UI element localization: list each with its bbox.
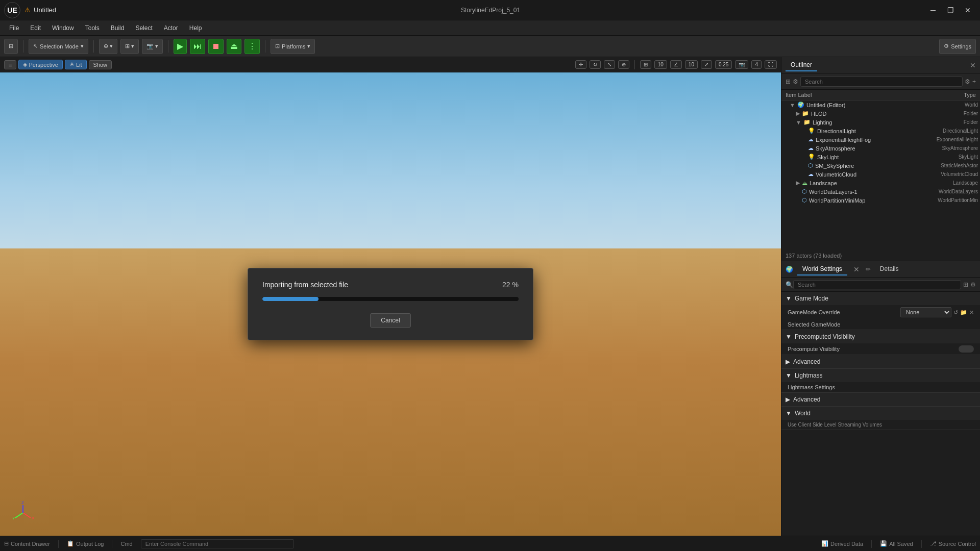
all-saved-button[interactable]: 💾 All Saved bbox=[880, 540, 913, 547]
viewport-menu-button[interactable]: ≡ bbox=[4, 60, 16, 69]
outliner-row[interactable]: 💡SkyLightSkyLight bbox=[781, 153, 980, 161]
outliner-content[interactable]: ▼🌍Untitled (Editor)World▶📁HLODFolder▼📁Li… bbox=[781, 101, 980, 251]
camera-speed[interactable]: 📷 bbox=[735, 60, 748, 69]
console-command-input[interactable] bbox=[141, 539, 294, 548]
layout-button[interactable]: ⊞ bbox=[4, 39, 18, 54]
scale-tool[interactable]: ⤡ bbox=[604, 60, 615, 69]
camera-speed-value[interactable]: 4 bbox=[751, 60, 762, 69]
outliner-row[interactable]: ☁SkyAtmosphereSkyAtmosphere bbox=[781, 144, 980, 153]
grid-value[interactable]: 10 bbox=[654, 60, 667, 69]
world-settings-tab[interactable]: World Settings bbox=[797, 263, 847, 276]
outliner-row[interactable]: ⬡SM_SkySphereStaticMeshActor bbox=[781, 161, 980, 170]
details-tab[interactable]: Details bbox=[875, 263, 904, 276]
outliner-tab[interactable]: Outliner bbox=[786, 59, 817, 71]
angle-value[interactable]: 10 bbox=[685, 60, 698, 69]
snap-button[interactable]: ⊞ ▾ bbox=[120, 39, 139, 54]
menu-actor[interactable]: Actor bbox=[159, 22, 183, 34]
outliner-row[interactable]: ▼📁LightingFolder bbox=[781, 118, 980, 127]
ws-section-world-header[interactable]: ▼ World bbox=[781, 407, 980, 420]
viewport-canvas: X Y Z Importing from selected file 22 % … bbox=[0, 72, 781, 536]
row-type-icon: 🌍 bbox=[797, 102, 804, 108]
camera-button[interactable]: 📷 ▾ bbox=[142, 39, 163, 54]
world-settings-icon: 🌍 bbox=[786, 266, 793, 273]
settings-button[interactable]: ⚙ Settings bbox=[939, 39, 976, 54]
transform-button[interactable]: ⊕ ▾ bbox=[99, 39, 117, 54]
menu-edit[interactable]: Edit bbox=[25, 22, 46, 34]
ws-section-precomputed-header[interactable]: ▼ Precomputed Visibility bbox=[781, 330, 980, 343]
outliner-row[interactable]: ▶⛰LandscapeLandscape bbox=[781, 179, 980, 187]
transform-mode[interactable]: ⊕ bbox=[618, 60, 629, 69]
clear-icon[interactable]: ✕ bbox=[969, 309, 974, 316]
menu-help[interactable]: Help bbox=[184, 22, 207, 34]
outliner-row[interactable]: ☁ExponentialHeightFogExponentialHeight bbox=[781, 135, 980, 144]
menu-window[interactable]: Window bbox=[47, 22, 79, 34]
more-play-options[interactable]: ⋮ bbox=[244, 39, 260, 54]
import-dialog-content: Importing from selected file 22 % Cancel bbox=[248, 268, 533, 340]
show-button[interactable]: Show bbox=[89, 60, 112, 69]
status-sep-4 bbox=[921, 540, 922, 548]
stop-button[interactable]: ⏹ bbox=[208, 39, 224, 54]
grid-snap[interactable]: ⊞ bbox=[640, 60, 651, 69]
rotate-tool[interactable]: ↻ bbox=[590, 60, 601, 69]
outliner-row[interactable]: ▶📁HLODFolder bbox=[781, 109, 980, 118]
cancel-import-button[interactable]: Cancel bbox=[370, 313, 410, 328]
outliner-close-button[interactable]: ✕ bbox=[970, 61, 976, 69]
ws-search-input[interactable] bbox=[793, 280, 961, 289]
outliner-row[interactable]: ▼🌍Untitled (Editor)World bbox=[781, 101, 980, 109]
ws-section-advanced-2-header[interactable]: ▶ Advanced bbox=[781, 393, 980, 406]
perspective-button[interactable]: ◈ Perspective bbox=[18, 60, 62, 69]
source-control-button[interactable]: ⎇ Source Control bbox=[930, 540, 976, 547]
minimize-button[interactable]: ─ bbox=[925, 3, 941, 17]
gamemode-override-select[interactable]: None bbox=[900, 307, 951, 317]
row-type-icon: 📁 bbox=[802, 110, 809, 117]
section-expand-adv1-icon: ▶ bbox=[786, 358, 790, 365]
row-type: SkyAtmosphere bbox=[942, 145, 978, 151]
outliner-row[interactable]: ⬡WorldPartitionMiniMapWorldPartitionMin bbox=[781, 196, 980, 205]
ws-section-lightmass: ▼ Lightmass Lightmass Settings bbox=[781, 369, 980, 393]
row-type-icon: ☁ bbox=[808, 145, 814, 152]
toolbar-sep-3 bbox=[168, 40, 168, 53]
play-next-button[interactable]: ⏭ bbox=[190, 39, 205, 54]
ws-section-gamemode-header[interactable]: ▼ Game Mode bbox=[781, 292, 980, 305]
import-actions: Cancel bbox=[262, 313, 519, 328]
precompute-toggle[interactable] bbox=[959, 345, 974, 353]
refresh-icon[interactable]: ↺ bbox=[953, 309, 958, 316]
menu-tools[interactable]: Tools bbox=[80, 22, 105, 34]
platforms-dropdown-icon: ▾ bbox=[307, 43, 310, 49]
scale-value[interactable]: 0.25 bbox=[715, 60, 732, 69]
restore-button[interactable]: ❐ bbox=[942, 3, 959, 17]
platforms-button[interactable]: ⊡ Platforms ▾ bbox=[271, 39, 315, 54]
angle-snap[interactable]: ∠ bbox=[670, 60, 682, 69]
outliner-row[interactable]: ☁VolumetricCloudVolumetricCloud bbox=[781, 170, 980, 179]
output-log-button[interactable]: 📋 Output Log bbox=[67, 540, 104, 547]
row-expand-icon: ▶ bbox=[796, 110, 800, 117]
row-name: Lighting bbox=[813, 119, 832, 126]
eject-button[interactable]: ⏏ bbox=[227, 39, 241, 54]
lit-button[interactable]: ☀ Lit bbox=[65, 60, 87, 69]
outliner-search-input[interactable] bbox=[800, 77, 963, 87]
ws-section-advanced-1-header[interactable]: ▶ Advanced bbox=[781, 355, 980, 368]
play-button[interactable]: ▶ bbox=[174, 39, 187, 54]
menu-select[interactable]: Select bbox=[130, 22, 157, 34]
outliner-row[interactable]: 💡DirectionalLightDirectionalLight bbox=[781, 127, 980, 135]
outliner-panel: Outliner ✕ ⊞ ⚙ ⚙ + Item Label Type ▼🌍Unt… bbox=[781, 57, 980, 261]
selection-mode-button[interactable]: ↖ Selection Mode ▾ bbox=[29, 39, 88, 54]
ws-section-lightmass-header[interactable]: ▼ Lightmass bbox=[781, 369, 980, 382]
derived-data-label: Derived Data bbox=[830, 541, 863, 547]
row-name: SkyAtmosphere bbox=[816, 145, 855, 152]
browse-icon[interactable]: 📁 bbox=[960, 309, 967, 316]
derived-data-button[interactable]: 📊 Derived Data bbox=[821, 540, 863, 547]
save-status-icon: 💾 bbox=[880, 540, 887, 547]
move-tool[interactable]: ✛ bbox=[575, 60, 586, 69]
close-button[interactable]: ✕ bbox=[960, 3, 976, 17]
maximize-viewport[interactable]: ⛶ bbox=[765, 60, 777, 69]
outliner-row[interactable]: ⬡WorldDataLayers-1WorldDataLayers bbox=[781, 187, 980, 196]
menu-bar: File Edit Window Tools Build Select Acto… bbox=[0, 20, 980, 36]
menu-build[interactable]: Build bbox=[106, 22, 130, 34]
platforms-label: Platforms bbox=[282, 43, 305, 49]
world-settings-close-button[interactable]: ✕ bbox=[853, 265, 860, 273]
scale-snap[interactable]: ⤢ bbox=[701, 60, 712, 69]
outliner-search-bar: ⊞ ⚙ ⚙ + bbox=[781, 73, 980, 90]
menu-file[interactable]: File bbox=[4, 22, 24, 34]
content-drawer-button[interactable]: ⊟ Content Drawer bbox=[4, 540, 50, 547]
